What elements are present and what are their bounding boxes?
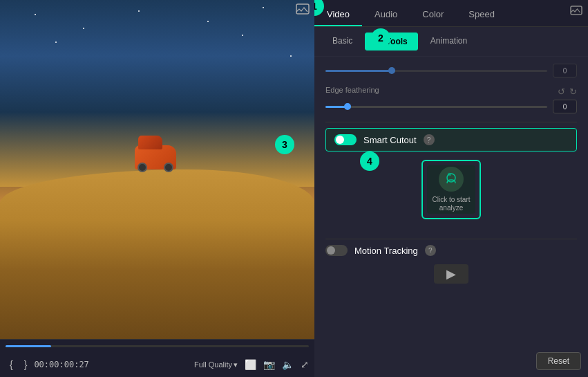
divider-1 (325, 122, 577, 122)
subtab-animation[interactable]: Animation (421, 33, 477, 50)
redo-icon[interactable]: ↻ (569, 86, 577, 97)
star (290, 55, 292, 57)
motion-tracking-help-icon[interactable]: ? (425, 245, 436, 256)
slider-control-edge: 0 (325, 100, 577, 113)
star (35, 14, 36, 15)
bracket-right-btn[interactable]: } (20, 358, 32, 371)
timeline-progress (6, 345, 51, 347)
slider-track-edge[interactable] (325, 106, 547, 108)
vehicle-top (138, 136, 162, 149)
slider-row-1: 0 (325, 64, 577, 77)
star (138, 10, 140, 12)
vehicle-wheel-right (164, 163, 173, 172)
video-vehicle (128, 135, 183, 176)
bottom-controls-icons: Full Quality ▾ ⬜ 📷 🔈 ⤢ (194, 359, 309, 370)
slider-thumb-edge (344, 103, 351, 110)
camera-icon[interactable]: 📷 (263, 359, 275, 370)
right-content: 0 Edge feathering ↺ ↻ 0 (314, 57, 588, 377)
controls-row: { } 00:00:00:27 Full Quality ▾ ⬜ 📷 🔈 ⤢ (6, 358, 309, 371)
vehicle-body (135, 145, 176, 169)
toggle-knob-off (327, 246, 335, 255)
slider-reset-icons: ↺ ↻ (558, 86, 577, 97)
subtab-basic[interactable]: Basic (323, 33, 362, 50)
right-panel: 1 Video Audio Color Speed 2 Basic AI Too… (314, 0, 588, 377)
star (83, 28, 84, 29)
video-sand (0, 169, 314, 339)
video-preview: 3 (0, 0, 314, 339)
slider-fill-1 (325, 70, 392, 72)
time-display: 00:00:00:27 (34, 360, 88, 369)
top-tabs: 1 Video Audio Color Speed (314, 0, 588, 27)
fullscreen-icon[interactable]: ⤢ (301, 359, 309, 370)
motion-tracking-toggle[interactable] (325, 245, 348, 256)
divider-2 (325, 239, 577, 239)
slider-thumb-1 (388, 67, 395, 74)
quality-select[interactable]: Full Quality ▾ (194, 360, 238, 369)
main-container: 3 { } 00:00:00:27 Full Quality ▾ ⬜ (0, 0, 588, 377)
upload-corner-icon (570, 6, 582, 21)
slider-value-edge[interactable]: 0 (553, 100, 577, 113)
edge-feathering-section: Edge feathering ↺ ↻ 0 (325, 86, 577, 113)
step-2-badge: 2 (371, 28, 390, 48)
slider-track-1[interactable] (325, 70, 547, 72)
tab-speed[interactable]: Speed (456, 3, 507, 26)
slider-control-1: 0 (325, 64, 577, 77)
tab-color[interactable]: Color (410, 3, 456, 26)
motion-tracking-title: Motion Tracking (354, 246, 418, 256)
smart-cutout-help-icon[interactable]: ? (424, 134, 435, 145)
analyze-label: Click to start analyze (427, 196, 475, 212)
video-upload-icon[interactable] (296, 3, 311, 19)
timeline-bar[interactable] (6, 345, 309, 347)
analyze-button[interactable]: Click to start analyze (427, 165, 475, 214)
toggle-knob (336, 136, 344, 144)
vehicle-wheel-left (137, 163, 147, 172)
tab-audio[interactable]: Audio (362, 3, 410, 26)
slider-value-1[interactable]: 0 (553, 64, 577, 77)
motion-tracking-section: Motion Tracking ? (325, 245, 577, 256)
star (263, 7, 264, 8)
star (242, 35, 243, 36)
edge-feathering-label: Edge feathering (325, 86, 379, 94)
screen-icon[interactable]: ⬜ (245, 359, 256, 370)
sub-tabs: 2 Basic AI Tools Animation (314, 27, 588, 57)
smart-cutout-section: Smart Cutout ? (325, 128, 577, 151)
video-controls: { } 00:00:00:27 Full Quality ▾ ⬜ 📷 🔈 ⤢ (0, 339, 314, 377)
smart-cutout-toggle[interactable] (334, 134, 357, 145)
star (55, 42, 57, 43)
bracket-left-btn[interactable]: { (6, 358, 17, 371)
volume-icon[interactable]: 🔈 (282, 359, 294, 370)
analyze-icon (439, 167, 464, 192)
analyze-button-container[interactable]: Click to start analyze (421, 160, 481, 219)
reset-button[interactable]: Reset (536, 352, 581, 370)
smart-cutout-title: Smart Cutout (363, 135, 417, 145)
chevron-down-icon: ▾ (234, 360, 238, 369)
step-4-badge: 4 (360, 151, 379, 171)
undo-icon[interactable]: ↺ (558, 86, 565, 97)
star (207, 21, 209, 22)
step-3-badge: 3 (275, 135, 294, 154)
motion-tracking-btn[interactable]: ▶ (434, 264, 468, 284)
video-panel: 3 { } 00:00:00:27 Full Quality ▾ ⬜ (0, 0, 314, 377)
